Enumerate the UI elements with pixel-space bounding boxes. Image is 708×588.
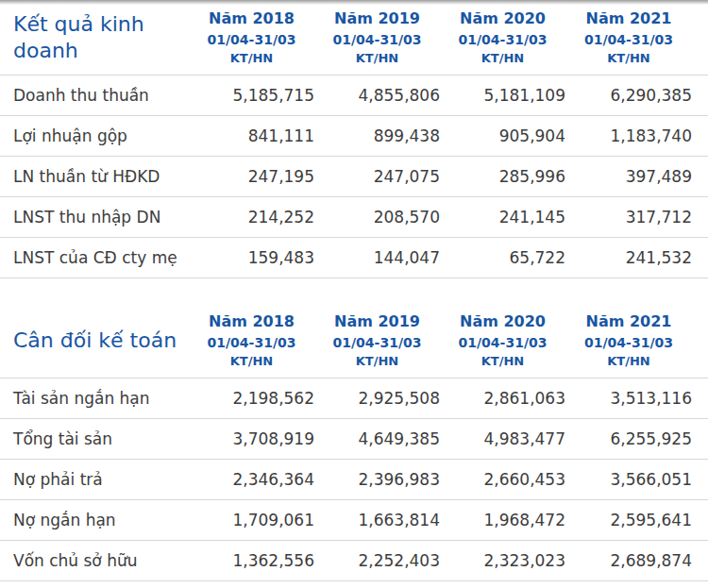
table-row-profit-after-tax: LNST thu nhập DN 214,252 208,570 241,145… (0, 197, 708, 238)
row-label: LNST của CĐ cty mẹ (0, 238, 189, 278)
table-row-total-assets: Tổng tài sản 3,708,919 4,649,385 4,983,4… (0, 419, 708, 460)
cell-value: 841,111 (189, 116, 314, 157)
column-year-label: Năm 2021 (565, 8, 692, 30)
cell-value: 2,689,874 (565, 541, 708, 581)
cell-value: 2,198,562 (189, 378, 314, 419)
cell-value: 1,709,061 (189, 500, 314, 541)
section-title-balance-sheet: Cân đối kế toán (13, 328, 177, 354)
cell-value: 241,145 (440, 197, 565, 238)
column-period-label: 01/04-31/03 (189, 333, 314, 352)
column-year-label: Năm 2021 (565, 311, 692, 333)
cell-value: 208,570 (314, 197, 440, 238)
column-period-label: 01/04-31/03 (565, 333, 692, 352)
cell-value: 159,483 (189, 238, 314, 278)
section-gap (0, 278, 708, 303)
column-period-label: 01/04-31/03 (314, 333, 440, 352)
cell-value: 6,290,385 (565, 76, 708, 116)
column-header-2021: Năm 2021 01/04-31/03 KT/HN (565, 303, 708, 378)
column-year-label: Năm 2019 (314, 8, 440, 30)
column-period-label: 01/04-31/03 (440, 30, 565, 49)
cell-value: 1,968,472 (440, 500, 565, 541)
cell-value: 2,346,364 (189, 460, 314, 500)
table-row-parent-shareholder-profit: LNST của CĐ cty mẹ 159,483 144,047 65,72… (0, 238, 708, 278)
section-title-income-statement: Kết quả kinh doanh (13, 11, 185, 64)
cell-value: 2,396,983 (314, 460, 440, 500)
row-label: LN thuần từ HĐKD (0, 157, 189, 197)
column-basis-label: KT/HN (440, 49, 565, 68)
row-label: Nợ ngắn hạn (0, 500, 189, 541)
cell-value: 3,513,116 (565, 378, 708, 419)
column-basis-label: KT/HN (565, 49, 692, 68)
table-row-owners-equity: Vốn chủ sở hữu 1,362,556 2,252,403 2,323… (0, 541, 708, 581)
cell-value: 2,925,508 (314, 378, 440, 419)
cell-value: 247,075 (314, 157, 440, 197)
cell-value: 5,185,715 (189, 76, 314, 116)
section-title-cell: Cân đối kế toán (0, 303, 189, 378)
column-period-label: 01/04-31/03 (189, 30, 314, 49)
cell-value: 1,663,814 (314, 500, 440, 541)
column-header-2020: Năm 2020 01/04-31/03 KT/HN (440, 303, 565, 378)
cell-value: 4,649,385 (314, 419, 440, 460)
column-year-label: Năm 2020 (440, 311, 565, 333)
cell-value: 6,255,925 (565, 419, 708, 460)
cell-value: 241,532 (565, 238, 708, 278)
table-row-net-revenue: Doanh thu thuần 5,185,715 4,855,806 5,18… (0, 76, 708, 116)
cell-value: 2,861,063 (440, 378, 565, 419)
row-label: Nợ phải trả (0, 460, 189, 500)
table-row-current-liabilities: Nợ ngắn hạn 1,709,061 1,663,814 1,968,47… (0, 500, 708, 541)
column-header-2020: Năm 2020 01/04-31/03 KT/HN (440, 0, 565, 76)
column-year-label: Năm 2018 (189, 8, 314, 30)
cell-value: 905,904 (440, 116, 565, 157)
column-basis-label: KT/HN (565, 352, 692, 371)
cell-value: 4,983,477 (440, 419, 565, 460)
column-year-label: Năm 2020 (440, 8, 565, 30)
cell-value: 317,712 (565, 197, 708, 238)
row-label: Doanh thu thuần (0, 76, 189, 116)
cell-value: 2,595,641 (565, 500, 708, 541)
balance-sheet-header-row: Cân đối kế toán Năm 2018 01/04-31/03 KT/… (0, 303, 708, 378)
income-statement-table: Kết quả kinh doanh Năm 2018 01/04-31/03 … (0, 0, 708, 278)
cell-value: 285,996 (440, 157, 565, 197)
column-period-label: 01/04-31/03 (314, 30, 440, 49)
cell-value: 3,566,051 (565, 460, 708, 500)
column-header-2018: Năm 2018 01/04-31/03 KT/HN (189, 0, 314, 76)
column-basis-label: KT/HN (440, 352, 565, 371)
cell-value: 2,660,453 (440, 460, 565, 500)
row-label: Tài sản ngắn hạn (0, 378, 189, 419)
column-header-2021: Năm 2021 01/04-31/03 KT/HN (565, 0, 708, 76)
column-year-label: Năm 2018 (189, 311, 314, 333)
income-statement-header-row: Kết quả kinh doanh Năm 2018 01/04-31/03 … (0, 0, 708, 76)
cell-value: 214,252 (189, 197, 314, 238)
cell-value: 2,252,403 (314, 541, 440, 581)
column-header-2019: Năm 2019 01/04-31/03 KT/HN (314, 0, 440, 76)
column-basis-label: KT/HN (314, 352, 440, 371)
balance-sheet-table: Cân đối kế toán Năm 2018 01/04-31/03 KT/… (0, 303, 708, 581)
section-title-cell: Kết quả kinh doanh (0, 0, 189, 76)
row-label: Vốn chủ sở hữu (0, 541, 189, 581)
column-basis-label: KT/HN (314, 49, 440, 68)
cell-value: 5,181,109 (440, 76, 565, 116)
cell-value: 899,438 (314, 116, 440, 157)
cell-value: 3,708,919 (189, 419, 314, 460)
table-row-current-assets: Tài sản ngắn hạn 2,198,562 2,925,508 2,8… (0, 378, 708, 419)
column-header-2019: Năm 2019 01/04-31/03 KT/HN (314, 303, 440, 378)
column-period-label: 01/04-31/03 (440, 333, 565, 352)
cell-value: 4,855,806 (314, 76, 440, 116)
row-label: Tổng tài sản (0, 419, 189, 460)
cell-value: 247,195 (189, 157, 314, 197)
cell-value: 1,183,740 (565, 116, 708, 157)
row-label: Lợi nhuận gộp (0, 116, 189, 157)
table-row-total-liabilities: Nợ phải trả 2,346,364 2,396,983 2,660,45… (0, 460, 708, 500)
column-basis-label: KT/HN (189, 49, 314, 68)
table-row-operating-profit: LN thuần từ HĐKD 247,195 247,075 285,996… (0, 157, 708, 197)
cell-value: 144,047 (314, 238, 440, 278)
column-basis-label: KT/HN (189, 352, 314, 371)
cell-value: 65,722 (440, 238, 565, 278)
cell-value: 397,489 (565, 157, 708, 197)
column-period-label: 01/04-31/03 (565, 30, 692, 49)
table-row-gross-profit: Lợi nhuận gộp 841,111 899,438 905,904 1,… (0, 116, 708, 157)
cell-value: 2,323,023 (440, 541, 565, 581)
row-label: LNST thu nhập DN (0, 197, 189, 238)
column-header-2018: Năm 2018 01/04-31/03 KT/HN (189, 303, 314, 378)
cell-value: 1,362,556 (189, 541, 314, 581)
